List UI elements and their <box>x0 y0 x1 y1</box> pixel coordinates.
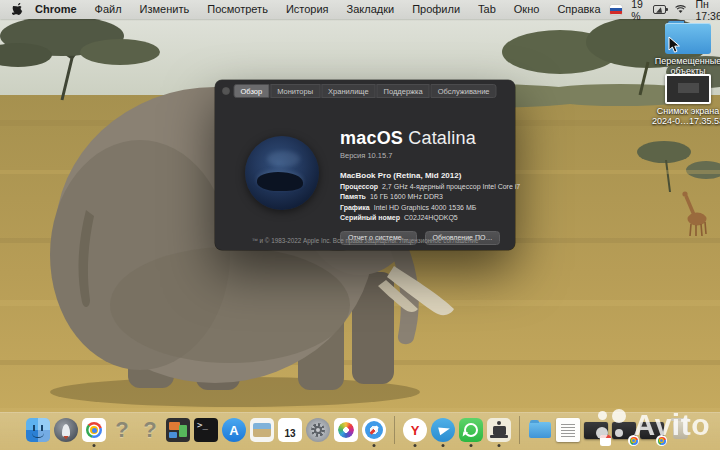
photo-icon <box>253 423 271 437</box>
os-title: macOS Catalina <box>340 128 510 149</box>
dock-calendar[interactable]: 13 <box>278 418 302 442</box>
menu-clock[interactable]: Пн 17:36 <box>695 0 720 22</box>
document-icon <box>561 422 575 438</box>
battery-percent: 19 % <box>631 0 649 22</box>
gear-icon <box>311 423 325 437</box>
desktop-icon-relocated-items[interactable]: Перемещенные объекты <box>646 20 720 76</box>
about-window-body: macOS Catalina Версия 10.15.7 MacBook Pr… <box>215 102 515 250</box>
tab-storage[interactable]: Хранилище <box>321 84 376 98</box>
mouse-cursor <box>668 36 681 54</box>
dock-whatsapp[interactable] <box>459 418 483 442</box>
dock-separator-1 <box>394 416 395 444</box>
screenshot-thumbnail-icon <box>665 74 711 104</box>
chrome-badge-icon <box>628 435 639 446</box>
menu-item-bookmarks[interactable]: Закладки <box>338 0 404 19</box>
dock-displays-app[interactable] <box>166 418 190 442</box>
menu-item-profiles[interactable]: Профили <box>403 0 469 19</box>
menu-bar: Chrome Файл Изменить Посмотреть История … <box>0 0 720 19</box>
spec-memory: Память16 ГБ 1600 MHz DDR3 <box>340 193 510 200</box>
dock: ? ? >_ A 13 Y <box>0 412 720 450</box>
menu-item-history[interactable]: История <box>277 0 338 19</box>
menu-item-file[interactable]: Файл <box>86 0 131 19</box>
dock-launchpad[interactable] <box>54 418 78 442</box>
dock-preview[interactable] <box>250 418 274 442</box>
dock-system-preferences[interactable] <box>306 418 330 442</box>
spec-serial-number: Серийный номерC02J24HQDKQ5 <box>340 214 510 221</box>
tab-service[interactable]: Обслуживание <box>431 84 497 98</box>
catalina-island-image <box>245 136 319 210</box>
compass-icon <box>365 421 383 439</box>
apple-menu[interactable] <box>8 3 26 16</box>
dock-photos[interactable] <box>334 418 358 442</box>
copyright-footer: ™ и © 1983-2022 Apple Inc. Все права защ… <box>215 237 515 244</box>
laptop-icon <box>493 426 506 435</box>
mac-model: MacBook Pro (Retina, Mid 2012) <box>340 171 510 180</box>
system-info: macOS Catalina Версия 10.15.7 MacBook Pr… <box>340 128 510 245</box>
dock-minimized-chrome-window-2[interactable] <box>640 418 664 442</box>
folder-label-line1: Перемещенные <box>655 56 720 66</box>
dock-telegram[interactable] <box>431 418 455 442</box>
dock-unknown-app-2[interactable]: ? <box>138 418 162 442</box>
menu-item-edit[interactable]: Изменить <box>131 0 199 19</box>
tab-displays[interactable]: Мониторы <box>270 84 320 98</box>
about-tabs: Обзор Мониторы Хранилище Поддержка Обслу… <box>233 84 496 98</box>
dock-terminal[interactable]: >_ <box>194 418 218 442</box>
os-name: macOS <box>340 128 403 148</box>
flower-icon <box>338 422 354 438</box>
menu-item-tab[interactable]: Tab <box>469 0 505 19</box>
dock-trash[interactable] <box>668 418 692 442</box>
wifi-icon[interactable] <box>675 4 686 15</box>
desktop-icon-screenshot[interactable]: Снимок экрана 2024-0…17.35.53 <box>646 74 720 126</box>
dock-yandex-browser[interactable]: Y <box>403 418 427 442</box>
close-icon <box>222 87 230 95</box>
screenshot-label-line1: Снимок экрана <box>652 106 720 116</box>
chrome-badge-icon <box>656 435 667 446</box>
dock-documents-stack[interactable] <box>556 418 580 442</box>
about-this-mac-window: Обзор Мониторы Хранилище Поддержка Обслу… <box>215 80 515 250</box>
os-version-line: Версия 10.15.7 <box>340 151 510 160</box>
dock-remote-desktop-app[interactable] <box>487 418 511 442</box>
dock-downloads-folder[interactable] <box>528 418 552 442</box>
os-version-name: Catalina <box>408 128 476 148</box>
spec-processor: Процессор2,7 GHz 4-ядерный процессор Int… <box>340 183 510 190</box>
finder-icon <box>26 418 50 442</box>
dock-finder[interactable] <box>26 418 50 442</box>
menu-status-area: 19 % Пн 17:36 <box>610 0 720 22</box>
folder-icon <box>529 422 551 438</box>
trash-bin-icon <box>673 421 688 439</box>
dock-unknown-app-1[interactable]: ? <box>110 418 134 442</box>
screenshot-label-line2: 2024-0…17.35.53 <box>652 116 720 126</box>
tab-overview[interactable]: Обзор <box>233 84 269 98</box>
chrome-icon <box>86 422 102 438</box>
desktop-screen: Chrome Файл Изменить Посмотреть История … <box>0 0 720 450</box>
rocket-icon <box>62 424 70 437</box>
phone-bubble-icon <box>464 423 478 437</box>
battery-charging-icon <box>653 5 667 14</box>
dock-safari[interactable] <box>362 418 386 442</box>
menu-item-view[interactable]: Посмотреть <box>198 0 277 19</box>
paper-plane-icon <box>438 425 451 436</box>
menu-item-chrome[interactable]: Chrome <box>26 0 86 19</box>
calendar-day: 13 <box>284 425 295 442</box>
menu-item-help[interactable]: Справка <box>548 0 609 19</box>
input-language-flag-icon[interactable] <box>610 5 623 15</box>
menu-item-window[interactable]: Окно <box>505 0 549 19</box>
menu-left: Chrome Файл Изменить Посмотреть История … <box>8 0 610 19</box>
dock-minimized-window-calendar[interactable] <box>584 418 608 442</box>
tab-support[interactable]: Поддержка <box>377 84 430 98</box>
calendar-badge-icon <box>600 435 611 446</box>
dock-separator-2 <box>519 416 520 444</box>
dock-minimized-chrome-window-1[interactable] <box>612 418 636 442</box>
battery-indicator[interactable]: 19 % <box>631 0 666 22</box>
spec-graphics: ГрафикаIntel HD Graphics 4000 1536 МБ <box>340 204 510 211</box>
dock-app-store[interactable]: A <box>222 418 246 442</box>
apple-logo-icon <box>12 3 23 16</box>
window-titlebar[interactable]: Обзор Мониторы Хранилище Поддержка Обслу… <box>215 80 515 102</box>
dock-chrome[interactable] <box>82 418 106 442</box>
